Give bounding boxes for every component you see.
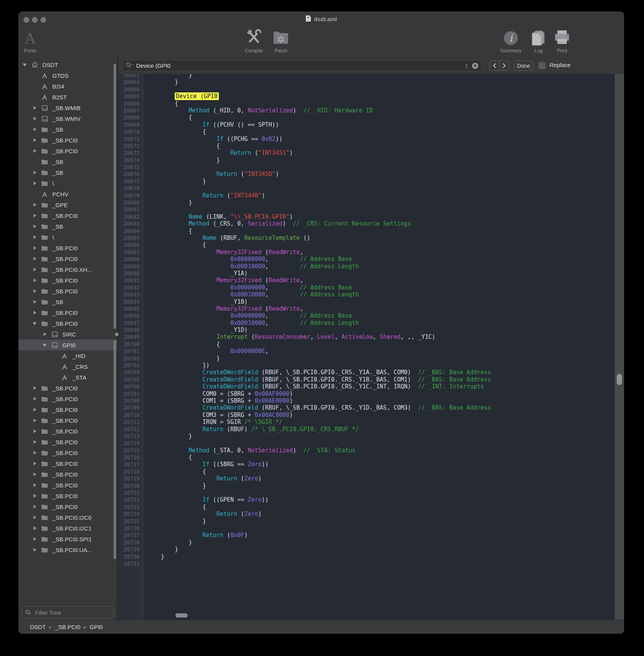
sidebar-scrollbar-thumb[interactable] <box>113 64 116 329</box>
tree-item-sbwmib[interactable]: _SB.WMIB <box>18 102 117 113</box>
disclosure-triangle-icon[interactable] <box>32 515 38 520</box>
tree-item-sbpci0[interactable]: _SB.PCI0 <box>18 243 117 253</box>
replace-checkbox[interactable] <box>539 62 546 69</box>
tree-item-sbpci0spi1[interactable]: _SB.PCI0.SPI1 <box>18 534 117 544</box>
tree-item-sbpci0[interactable]: _SB.PCI0 <box>18 415 117 426</box>
disclosure-triangle-icon[interactable] <box>32 245 38 251</box>
tree-item-sbpci0[interactable]: _SB.PCI0 <box>18 480 117 490</box>
disclosure-triangle-icon[interactable] <box>32 385 38 391</box>
tree-item-[interactable]: \ <box>18 232 117 243</box>
disclosure-triangle-icon[interactable] <box>32 418 38 423</box>
tree-item-sbpci0ua[interactable]: _SB.PCI0.UA... <box>18 544 117 555</box>
disclosure-triangle-icon[interactable] <box>32 148 38 154</box>
tree-item-gtos[interactable]: GTOS <box>18 70 117 81</box>
find-query[interactable]: Device (GPI0 <box>136 62 465 69</box>
fonts-button[interactable]: A Fonts <box>24 28 37 54</box>
tree-item-sb[interactable]: _SB <box>18 221 117 232</box>
patch-button[interactable]: Patch <box>272 28 290 54</box>
disclosure-triangle-icon[interactable] <box>32 170 38 175</box>
tree-item-sbpci0i2c0[interactable]: _SB.PCI0.I2C0 <box>18 512 117 523</box>
log-button[interactable]: Log <box>531 28 547 54</box>
tree-item-gpe[interactable]: _GPE <box>18 199 117 210</box>
disclosure-triangle-icon[interactable] <box>32 256 38 261</box>
disclosure-triangle-icon[interactable] <box>32 493 38 499</box>
find-field[interactable]: Device (GPI0 1 <box>122 60 482 71</box>
disclosure-triangle-icon[interactable] <box>32 278 38 283</box>
compile-button[interactable]: Compile <box>245 28 263 54</box>
disclosure-triangle-icon[interactable] <box>32 439 38 445</box>
disclosure-triangle-icon[interactable] <box>32 267 38 272</box>
find-next-button[interactable] <box>500 61 509 70</box>
tree-item-sbpci0i2c1[interactable]: _SB.PCI0.I2C1 <box>18 523 117 534</box>
disclosure-triangle-icon[interactable] <box>32 547 38 552</box>
tree-item-sbpci0[interactable]: _SB.PCI0 <box>18 393 117 404</box>
tree-item-sb[interactable]: _SB <box>18 156 117 167</box>
tree-item-sbpci0xh[interactable]: _SB.PCI0.XH... <box>18 264 117 275</box>
tree-item-sbpci0[interactable]: _SB.PCI0 <box>18 437 117 447</box>
disclosure-triangle-icon[interactable] <box>32 428 38 434</box>
tree-item-hid[interactable]: _HID <box>18 350 117 361</box>
tree-item-sbpci0[interactable]: _SB.PCI0 <box>18 318 117 329</box>
horizontal-scrollbar-thumb[interactable] <box>175 613 188 618</box>
disclosure-triangle-icon[interactable] <box>32 105 38 110</box>
code-text[interactable]: } } Device (GPI0 { Method (_HID, 0, NotS… <box>143 74 615 620</box>
tree-item-sbpci0[interactable]: _SB.PCI0 <box>18 426 117 437</box>
tree-item-sbpci0[interactable]: _SB.PCI0 <box>18 383 117 393</box>
tree-item-sbpci0[interactable]: _SB.PCI0 <box>18 458 117 469</box>
disclosure-triangle-icon[interactable] <box>32 137 38 143</box>
clear-search-icon[interactable] <box>472 63 478 69</box>
tree-item-sbpci0[interactable]: _SB.PCI0 <box>18 253 117 264</box>
tree-item-sbpci0[interactable]: _SB.PCI0 <box>18 404 117 415</box>
disclosure-triangle-icon[interactable] <box>32 127 38 132</box>
disclosure-triangle-icon[interactable] <box>32 299 38 305</box>
vertical-scrollbar-track[interactable] <box>615 74 624 620</box>
tree-item-sbpci0[interactable]: _SB.PCI0 <box>18 469 117 480</box>
tree-item-sbpci0[interactable]: _SB.PCI0 <box>18 447 117 458</box>
done-button[interactable]: Done <box>514 60 533 71</box>
tree-item-sirc[interactable]: SIRC <box>18 329 117 340</box>
disclosure-triangle-icon[interactable] <box>42 331 48 337</box>
tree-item-sbpci0[interactable]: _SB.PCI0 <box>18 146 117 156</box>
tree-item-sbpci0[interactable]: _SB.PCI0 <box>18 286 117 296</box>
disclosure-triangle-icon[interactable] <box>32 234 38 240</box>
tree-item-gpi0[interactable]: GPI0 <box>18 340 117 350</box>
summary-button[interactable]: i Summary <box>500 28 522 54</box>
disclosure-triangle-icon[interactable] <box>32 407 38 412</box>
tree-item-pchv[interactable]: PCHV <box>18 189 117 199</box>
tree-item-crs[interactable]: _CRS <box>18 361 117 372</box>
filter-tree-input[interactable] <box>22 606 114 619</box>
disclosure-triangle-icon[interactable] <box>32 482 38 488</box>
tree-item-[interactable]: \ <box>18 178 117 189</box>
print-button[interactable]: Print <box>553 28 571 54</box>
disclosure-triangle-icon[interactable] <box>22 62 28 67</box>
disclosure-triangle-icon[interactable] <box>32 224 38 229</box>
disclosure-triangle-icon[interactable] <box>32 213 38 218</box>
tree-item-b2st[interactable]: B2ST <box>18 92 117 102</box>
tree-item-sb[interactable]: _SB <box>18 124 117 135</box>
find-previous-button[interactable] <box>490 61 500 70</box>
disclosure-triangle-icon[interactable] <box>32 536 38 542</box>
disclosure-triangle-icon[interactable] <box>32 472 38 477</box>
disclosure-triangle-icon[interactable] <box>42 342 48 348</box>
tree-item-dsdt[interactable]: DSDT <box>18 59 117 70</box>
code-editor[interactable]: 2066220663206642066520666206672066820669… <box>118 74 615 620</box>
tree-item-sta[interactable]: _STA <box>18 372 117 383</box>
vertical-scrollbar-thumb[interactable] <box>617 374 622 385</box>
tree-item-sb[interactable]: _SB <box>18 167 117 178</box>
tree-item-sbpci0[interactable]: _SB.PCI0 <box>18 135 117 146</box>
tree-item-sbpci0[interactable]: _SB.PCI0 <box>18 501 117 512</box>
disclosure-triangle-icon[interactable] <box>32 396 38 402</box>
tree-item-sbpci0[interactable]: _SB.PCI0 <box>18 307 117 318</box>
tree-item-sbpci0[interactable]: _SB.PCI0 <box>18 210 117 221</box>
disclosure-triangle-icon[interactable] <box>32 525 38 531</box>
disclosure-triangle-icon[interactable] <box>32 321 38 326</box>
disclosure-triangle-icon[interactable] <box>32 504 38 509</box>
tree-item-sbwmiv[interactable]: _SB.WMIV <box>18 113 117 124</box>
disclosure-triangle-icon[interactable] <box>32 450 38 455</box>
tree-item-b2i4[interactable]: B2I4 <box>18 81 117 92</box>
disclosure-triangle-icon[interactable] <box>32 181 38 186</box>
divider-handle-icon[interactable] <box>115 333 118 336</box>
sidebar-scrollbar-thumb[interactable] <box>113 340 116 559</box>
disclosure-triangle-icon[interactable] <box>32 310 38 315</box>
tree-item-sb[interactable]: _SB <box>18 296 117 307</box>
